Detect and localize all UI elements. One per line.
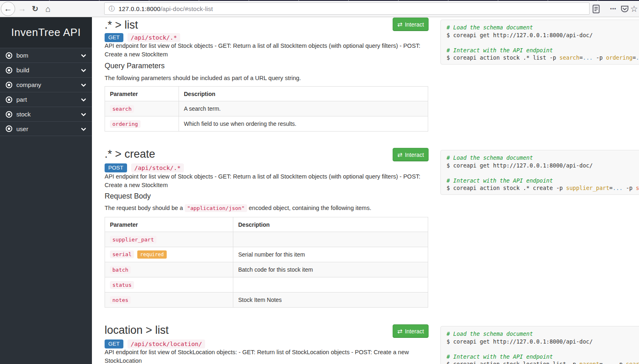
interact-button[interactable]: ⇄Interact [393,18,429,31]
method-badge: POST [105,163,127,172]
chevron-down-icon [81,52,86,58]
endpoint-path: /api/stock/.* [127,33,181,42]
swap-arrows-icon: ⇄ [397,21,402,28]
endpoint-badges: POST /api/stock/.* [105,163,184,173]
endpoint-description: API endpoint for list view of Stock obje… [105,172,428,189]
chevron-down-icon [81,67,86,72]
code-example-block: # Load the schema document$ coreapi get … [440,326,639,364]
sidebar-item-part[interactable]: part [0,92,92,107]
parameter-description: Batch code for this stock item [233,262,428,277]
sidebar-item-stock[interactable]: stock [0,107,92,121]
page-actions-button[interactable]: ••• [607,1,619,17]
target-icon [6,125,12,132]
main-content: .* > list GET /api/stock/.* API endpoint… [92,17,639,364]
code-comment: # Interact with the API endpoint [447,47,635,54]
swap-arrows-icon: ⇄ [397,151,402,159]
request-body-table: Parameter Description supplier_part seri… [105,217,428,308]
back-icon: ← [4,4,12,13]
back-button[interactable]: ← [1,2,15,16]
star-icon: ☆ [630,4,638,14]
sidebar-item-company[interactable]: company [0,77,92,92]
url-path: /api-doc/#stock-list [161,5,213,12]
interact-button[interactable]: ⇄Interact [393,324,429,338]
code-comment: # Interact with the API endpoint [447,353,635,361]
pocket-icon [621,5,629,13]
sidebar-item-bom[interactable]: bom [0,48,92,63]
target-icon [6,96,12,103]
table-row: batch Batch code for this stock item [105,262,428,277]
code-command: $ coreapi action stock .* list -p search… [447,54,635,62]
table-header: Description [179,87,428,101]
parameter-name: status [110,281,134,289]
code-command: $ coreapi get http://127.0.0.1:8000/api-… [447,338,635,346]
table-header: Parameter [105,87,179,101]
parameter-description: Which field to use when ordering the res… [179,116,428,132]
table-row: ordering Which field to use when orderin… [105,116,428,132]
code-example-block: # Load the schema document$ coreapi get … [440,20,639,65]
chevron-down-icon [81,126,86,131]
sidebar-item-label: part [16,96,27,103]
parameter-name: serial [110,250,134,258]
home-button[interactable]: ⌂ [42,1,53,17]
table-row: serialrequired Serial number for this it… [105,247,428,262]
sidebar-item-label: stock [16,111,31,118]
url-bar[interactable]: ⓘ 127.0.0.1:8000/api-doc/#stock-list [104,2,590,15]
target-icon [6,82,12,88]
sidebar: InvenTree API bom build company part sto… [0,17,92,364]
endpoint-path: /api/stock/.* [131,163,184,172]
method-badge: GET [105,339,123,348]
parameter-description: Serial number for this item [233,247,428,262]
chevron-down-icon [81,96,86,102]
browser-tab-strip [0,0,639,1]
chevron-down-icon [81,82,86,87]
code-example-block: # Load the schema document$ coreapi get … [440,150,639,195]
parameter-name: ordering [110,120,141,128]
interact-button-label: Interact [405,21,424,28]
code-comment: # Interact with the API endpoint [447,177,635,185]
interact-button-label: Interact [405,328,424,335]
target-icon [6,52,12,59]
sidebar-item-build[interactable]: build [0,63,92,77]
table-row: notes Stock Item Notes [105,293,428,308]
table-header: Parameter [105,217,233,232]
api-title: InvenTree API [0,17,92,48]
section-subheading: Request Body [105,192,151,201]
parameter-name: search [110,105,134,113]
section-subheading: Query Parameters [105,62,165,70]
pocket-button[interactable] [619,1,630,17]
reload-icon: ↻ [32,4,38,13]
reader-mode-button[interactable] [591,1,601,17]
ellipsis-icon: ••• [610,6,617,12]
code-command: $ coreapi action stock location list -p … [447,360,635,364]
parameter-name: batch [110,266,131,274]
forward-icon: → [18,4,26,13]
endpoint-title: location > list [105,324,391,337]
bookmark-button[interactable]: ☆ [629,1,639,17]
required-badge: required [137,250,167,259]
code-command: $ coreapi get http://127.0.0.1:8000/api-… [447,31,635,39]
sidebar-item-label: bom [16,52,28,59]
parameter-description: A search term. [179,101,428,116]
code-comment: # Load the schema document [447,154,635,162]
home-icon: ⌂ [45,4,51,14]
table-row: search A search term. [105,101,428,116]
endpoint-title: .* > create [105,148,391,161]
interact-button[interactable]: ⇄Interact [393,148,429,161]
forward-button[interactable]: → [17,1,27,17]
target-icon [6,67,12,74]
sidebar-item-label: company [16,81,41,88]
interact-button-label: Interact [405,152,424,158]
parameter-name: supplier_part [110,236,156,243]
sidebar-item-user[interactable]: user [0,121,92,136]
info-icon[interactable]: ⓘ [109,5,115,13]
code-command: $ coreapi get http://127.0.0.1:8000/api-… [447,162,635,170]
code-comment: # Load the schema document [447,24,635,31]
table-header: Description [233,217,428,232]
sidebar-item-label: build [16,67,29,74]
reader-mode-icon [592,4,600,13]
swap-arrows-icon: ⇄ [397,328,402,335]
browser-chrome: ← → ↻ ⌂ ⓘ 127.0.0.1:8000/api-doc/#stock-… [0,0,639,17]
reload-button[interactable]: ↻ [30,1,40,17]
content-type-code: "application/json" [185,204,247,212]
endpoint-description: API endpoint for list view of StockLocat… [105,348,428,364]
